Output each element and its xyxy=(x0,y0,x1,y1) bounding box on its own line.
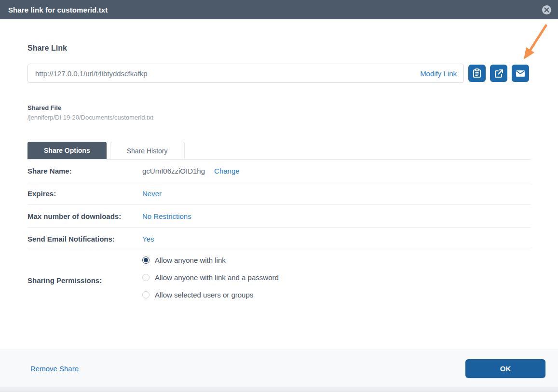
email-link-button[interactable] xyxy=(512,65,529,82)
radio-unselected-icon[interactable] xyxy=(142,291,150,298)
share-link-input[interactable]: http://127.0.0.1/url/t4ibtyddscfkafkp Mo… xyxy=(27,64,464,83)
expires-label: Expires: xyxy=(27,189,142,198)
close-icon[interactable] xyxy=(542,5,551,14)
radio-unselected-icon[interactable] xyxy=(142,274,150,281)
remove-share-link[interactable]: Remove Share xyxy=(30,365,79,373)
shared-file-path: /jenniferp/DI 19-20/Documents/customerid… xyxy=(27,114,531,121)
shared-file-label: Shared File xyxy=(27,104,531,111)
radio-label: Allow anyone with link xyxy=(155,256,226,264)
share-url-text: http://127.0.0.1/url/t4ibtyddscfkafkp xyxy=(35,69,420,78)
open-link-button[interactable] xyxy=(490,65,507,82)
share-name-row: Share Name: gcUmI06zziOID1hg Change xyxy=(27,160,531,182)
sharing-permissions-label: Sharing Permissions: xyxy=(27,276,142,288)
share-link-row: http://127.0.0.1/url/t4ibtyddscfkafkp Mo… xyxy=(27,64,531,83)
dialog-header: Share link for customerid.txt xyxy=(0,0,558,19)
shared-file-section: Shared File /jenniferp/DI 19-20/Document… xyxy=(27,104,531,121)
expires-value-link[interactable]: Never xyxy=(142,189,162,198)
tab-share-history[interactable]: Share History xyxy=(110,142,185,159)
max-downloads-value-link[interactable]: No Restrictions xyxy=(142,212,191,220)
sharing-permissions-options: Allow anyone with link Allow anyone with… xyxy=(142,256,279,308)
email-notifications-label: Send Email Notifications: xyxy=(27,235,142,243)
dialog-footer: Remove Share OK xyxy=(0,350,558,387)
radio-label: Allow selected users or groups xyxy=(155,291,253,299)
copy-clipboard-icon xyxy=(473,68,481,78)
page-background-strip xyxy=(0,387,558,392)
dialog-body: Share Link http://127.0.0.1/url/t4ibtydd… xyxy=(27,19,531,308)
ok-button[interactable]: OK xyxy=(465,359,545,378)
share-link-heading: Share Link xyxy=(27,44,531,53)
change-share-name-link[interactable]: Change xyxy=(214,167,240,175)
max-downloads-row: Max number of downloads: No Restrictions xyxy=(27,205,531,228)
radio-selected-icon[interactable] xyxy=(142,257,150,264)
email-envelope-icon xyxy=(516,70,525,77)
share-link-dialog: Share link for customerid.txt Share Link… xyxy=(0,0,558,392)
email-notifications-row: Send Email Notifications: Yes xyxy=(27,228,531,250)
tab-bar: Share Options Share History xyxy=(27,142,531,160)
modify-link-button[interactable]: Modify Link xyxy=(420,69,457,78)
open-link-icon xyxy=(494,69,504,78)
share-name-value: gcUmI06zziOID1hg xyxy=(142,167,205,175)
radio-allow-anyone-with-link-and-password[interactable]: Allow anyone with link and a password xyxy=(142,273,279,282)
radio-label: Allow anyone with link and a password xyxy=(155,273,279,282)
copy-link-button[interactable] xyxy=(468,65,486,82)
radio-allow-anyone-with-link[interactable]: Allow anyone with link xyxy=(142,256,279,264)
sharing-permissions-row: Sharing Permissions: Allow anyone with l… xyxy=(27,250,531,308)
email-notifications-value-link[interactable]: Yes xyxy=(142,235,154,243)
max-downloads-label: Max number of downloads: xyxy=(27,212,142,220)
radio-allow-selected-users-or-groups[interactable]: Allow selected users or groups xyxy=(142,291,279,299)
dialog-title: Share link for customerid.txt xyxy=(8,6,108,14)
tab-share-options[interactable]: Share Options xyxy=(27,142,107,159)
expires-row: Expires: Never xyxy=(27,182,531,205)
share-name-label: Share Name: xyxy=(27,167,142,175)
